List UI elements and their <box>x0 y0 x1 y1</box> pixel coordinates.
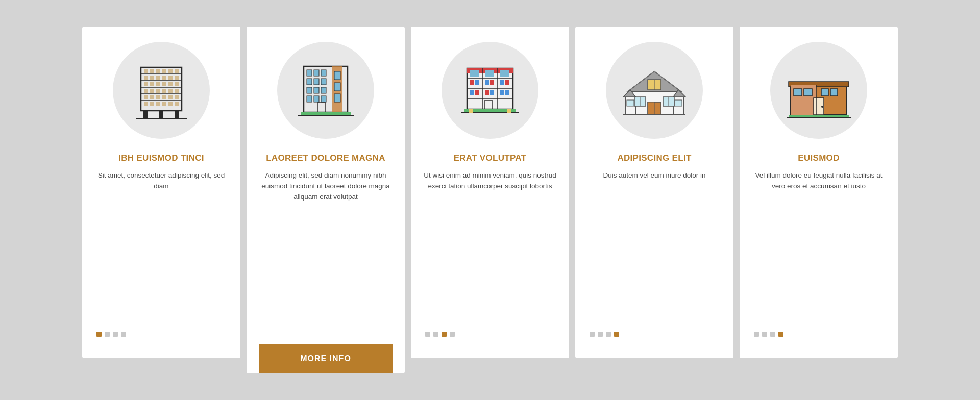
dot-inactive <box>590 332 595 337</box>
svg-rect-55 <box>314 87 319 93</box>
svg-rect-43 <box>159 111 163 118</box>
card-3-text: Ut wisi enim ad minim veniam, quis nostr… <box>423 170 557 317</box>
svg-rect-11 <box>175 69 179 73</box>
svg-rect-87 <box>505 90 509 95</box>
dot-inactive <box>762 332 767 337</box>
svg-rect-9 <box>162 69 166 73</box>
svg-rect-57 <box>307 96 312 102</box>
svg-rect-18 <box>144 82 148 86</box>
dot-inactive <box>770 332 775 337</box>
svg-rect-82 <box>470 90 474 95</box>
svg-rect-63 <box>318 102 325 112</box>
svg-rect-110 <box>675 100 682 106</box>
tall-building-icon <box>128 57 194 123</box>
svg-rect-28 <box>168 89 173 93</box>
svg-rect-42 <box>143 111 148 118</box>
dot-inactive <box>450 332 455 337</box>
card-5: EUISMOD Vel illum dolore eu feugiat null… <box>740 27 898 358</box>
svg-rect-38 <box>156 102 160 106</box>
svg-rect-118 <box>830 89 838 96</box>
office-building-icon <box>292 57 359 123</box>
svg-rect-10 <box>168 69 173 73</box>
svg-rect-52 <box>314 79 319 85</box>
card-4-text: Duis autem vel eum iriure dolor in <box>603 170 705 317</box>
svg-rect-58 <box>314 96 319 102</box>
dot-inactive <box>754 332 759 337</box>
svg-rect-62 <box>334 94 340 102</box>
svg-rect-23 <box>175 82 179 86</box>
card-4-dots <box>587 332 619 346</box>
svg-rect-50 <box>321 70 326 76</box>
svg-rect-36 <box>144 102 148 106</box>
svg-rect-31 <box>150 95 154 99</box>
svg-rect-37 <box>150 102 154 106</box>
svg-rect-16 <box>168 76 173 80</box>
dot-inactive <box>121 332 126 337</box>
card-3-title: ERAT VOLUTPAT <box>454 153 527 163</box>
svg-rect-30 <box>144 95 148 99</box>
dot-active <box>96 332 102 337</box>
svg-rect-61 <box>334 83 340 91</box>
card-1-dots <box>94 332 126 346</box>
svg-rect-41 <box>175 102 179 106</box>
svg-rect-19 <box>150 82 154 86</box>
svg-rect-8 <box>156 69 160 73</box>
card-2-title: LAOREET DOLORE MAGNA <box>266 153 385 163</box>
dot-inactive <box>105 332 110 337</box>
svg-rect-40 <box>168 102 173 106</box>
svg-rect-14 <box>156 76 160 80</box>
svg-rect-54 <box>307 87 312 93</box>
svg-rect-25 <box>150 89 154 93</box>
svg-rect-75 <box>500 70 509 77</box>
svg-rect-29 <box>175 89 179 93</box>
svg-rect-26 <box>156 89 160 93</box>
dot-inactive <box>433 332 438 337</box>
card-3: ERAT VOLUTPAT Ut wisi enim ad minim veni… <box>411 27 569 358</box>
svg-rect-79 <box>490 80 494 85</box>
card-5-dots <box>752 332 783 346</box>
dot-inactive <box>606 332 611 337</box>
svg-rect-83 <box>475 90 479 95</box>
svg-rect-92 <box>507 109 511 113</box>
svg-rect-13 <box>150 76 154 80</box>
svg-rect-49 <box>314 70 319 76</box>
more-info-button[interactable]: MORE INFO <box>259 344 393 373</box>
card-2: LAOREET DOLORE MAGNA Adipiscing elit, se… <box>247 27 405 373</box>
svg-rect-6 <box>144 69 148 73</box>
card-4-icon-circle <box>606 42 703 139</box>
svg-rect-32 <box>156 95 160 99</box>
svg-rect-108 <box>648 102 654 115</box>
svg-rect-20 <box>156 82 160 86</box>
card-5-text: Vel illum dolore eu feugiat nulla facili… <box>752 170 886 317</box>
svg-rect-109 <box>627 100 634 106</box>
card-4-title: ADIPISCING ELIT <box>617 153 691 163</box>
svg-rect-76 <box>470 80 474 85</box>
svg-rect-116 <box>804 89 812 96</box>
card-1-text: Sit amet, consectetuer adipiscing elit, … <box>94 170 228 317</box>
svg-rect-73 <box>470 70 479 77</box>
card-2-icon-circle <box>277 42 374 139</box>
svg-rect-117 <box>821 89 828 96</box>
apartment-icon <box>457 57 523 123</box>
card-2-text: Adipiscing elit, sed diam nonummy nibh e… <box>259 170 393 330</box>
svg-rect-56 <box>321 87 326 93</box>
dot-inactive <box>113 332 118 337</box>
card-5-icon-circle <box>770 42 867 139</box>
svg-rect-84 <box>485 90 489 95</box>
svg-rect-115 <box>794 89 802 96</box>
svg-rect-48 <box>307 70 312 76</box>
svg-rect-86 <box>500 90 504 95</box>
house-icon <box>621 57 688 123</box>
svg-rect-34 <box>168 95 173 99</box>
card-3-icon-circle <box>442 42 538 139</box>
svg-rect-53 <box>321 79 326 85</box>
dot-inactive <box>425 332 430 337</box>
dot-active <box>614 332 619 337</box>
dot-active <box>442 332 447 337</box>
card-3-dots <box>423 332 455 346</box>
svg-rect-21 <box>162 82 166 86</box>
dot-inactive <box>598 332 603 337</box>
svg-rect-24 <box>144 89 148 93</box>
svg-rect-35 <box>175 95 179 99</box>
svg-rect-80 <box>500 80 504 85</box>
